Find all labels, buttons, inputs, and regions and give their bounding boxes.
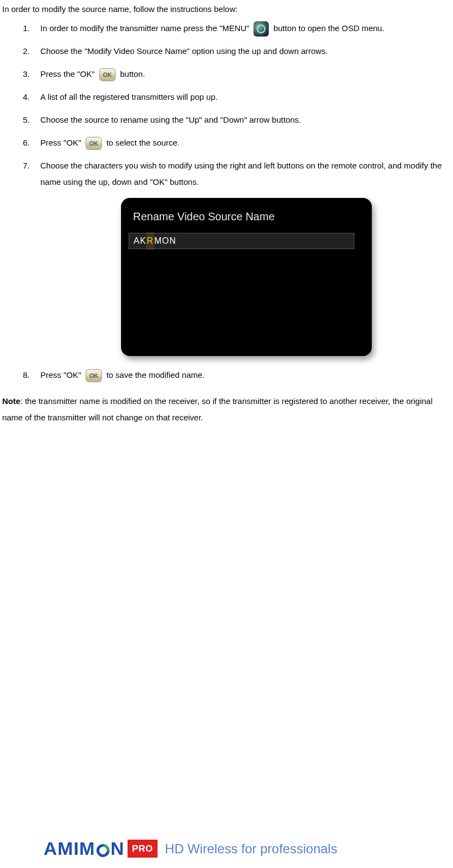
step-text: Choose the "Modify Video Source Name" op… bbox=[40, 46, 328, 56]
step-text: Press the "OK" bbox=[40, 69, 97, 79]
step-6: Press "OK" to select the source. bbox=[23, 135, 451, 151]
instruction-list: In order to modify the transmitter name … bbox=[2, 20, 451, 383]
logo-ring-icon bbox=[94, 841, 112, 860]
step-2: Choose the "Modify Video Source Name" op… bbox=[23, 43, 451, 59]
intro-text: In order to modify the source name, foll… bbox=[2, 3, 451, 16]
document-body: In order to modify the source name, foll… bbox=[0, 0, 453, 426]
menu-button-icon bbox=[253, 21, 269, 37]
step-text: Choose the source to rename using the "U… bbox=[40, 115, 301, 124]
step-text: Choose the characters you wish to modify… bbox=[40, 161, 442, 186]
note-text: : the transmitter name is modified on th… bbox=[2, 396, 433, 422]
step-text: Press "OK" bbox=[40, 138, 83, 147]
step-text: A list of all the registered transmitter… bbox=[40, 92, 218, 101]
brand-text-1: AMIM bbox=[44, 835, 95, 863]
name-prefix: AK bbox=[134, 232, 146, 250]
note-label: Note bbox=[2, 396, 20, 406]
step-text-tail: button. bbox=[120, 69, 145, 79]
step-text-tail: to select the source. bbox=[106, 138, 179, 147]
ok-button-icon bbox=[99, 68, 116, 81]
step-text-tail: button to open the OSD menu. bbox=[274, 23, 384, 33]
name-selected-char: R bbox=[146, 232, 154, 250]
osd-rename-field: AKRMON bbox=[129, 233, 354, 249]
step-text: In order to modify the transmitter name … bbox=[40, 23, 251, 33]
footer-tagline: HD Wireless for professionals bbox=[165, 839, 337, 859]
step-7: Choose the characters you wish to modify… bbox=[23, 158, 451, 356]
step-3: Press the "OK" button. bbox=[23, 66, 451, 82]
osd-title: Rename Video Source Name bbox=[121, 198, 372, 231]
name-suffix: MON bbox=[154, 232, 176, 250]
step-text-tail: to save the modified name. bbox=[106, 370, 204, 379]
step-text: Press "OK" bbox=[40, 370, 83, 379]
pro-badge: PRO bbox=[128, 840, 157, 858]
step-4: A list of all the registered transmitter… bbox=[23, 89, 451, 105]
brand-text-2: N bbox=[111, 835, 125, 863]
page-footer: AMIM N PRO HD Wireless for professionals bbox=[0, 835, 453, 863]
step-5: Choose the source to rename using the "U… bbox=[23, 112, 451, 128]
step-8: Press "OK" to save the modified name. bbox=[23, 367, 451, 383]
brand-logo: AMIM N PRO bbox=[44, 835, 158, 863]
step-1: In order to modify the transmitter name … bbox=[23, 20, 451, 37]
osd-screenshot: Rename Video Source Name AKRMON bbox=[121, 198, 451, 356]
ok-button-icon bbox=[86, 369, 102, 382]
ok-button-icon bbox=[86, 137, 102, 150]
note-paragraph: Note: the transmitter name is modified o… bbox=[2, 393, 451, 426]
